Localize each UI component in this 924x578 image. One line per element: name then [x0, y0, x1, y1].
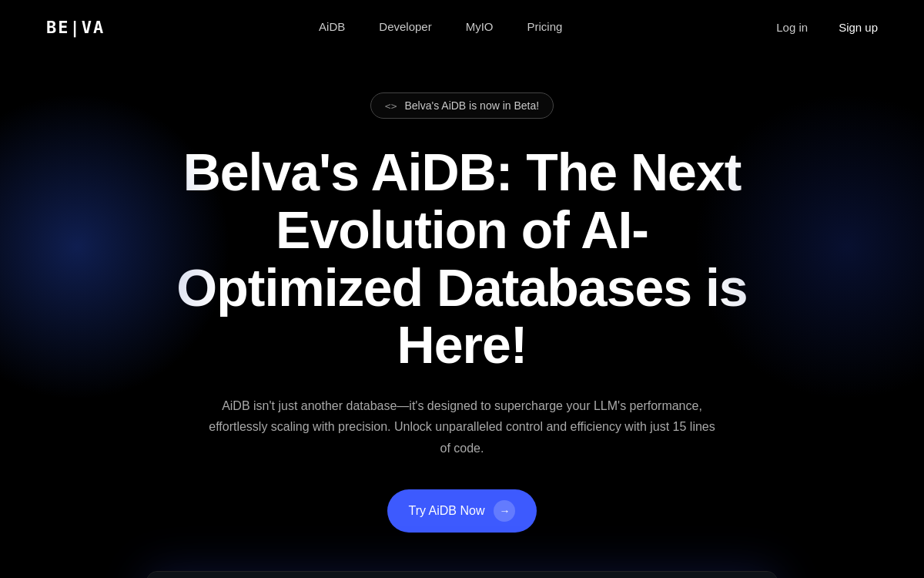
beta-badge: <> Belva's AiDB is now in Beta!	[370, 92, 554, 119]
signup-link[interactable]: Sign up	[839, 21, 878, 34]
nav-myio[interactable]: MyIO	[466, 20, 494, 33]
app-window: AiDB Data	[146, 571, 778, 578]
cta-button[interactable]: Try AiDB Now →	[387, 489, 537, 533]
cta-label: Try AiDB Now	[409, 504, 485, 518]
cta-arrow-icon: →	[494, 500, 515, 522]
badge-brackets: <>	[385, 100, 397, 112]
navbar: BE|VA AiDB Developer MyIO Pricing Log in…	[0, 0, 924, 54]
app-titlebar: AiDB	[147, 572, 777, 578]
nav-pricing[interactable]: Pricing	[527, 20, 563, 33]
hero-title: Belva's AiDB: The Next Evolution of AI-O…	[154, 143, 770, 374]
hero-subtitle: AiDB isn't just another database—it's de…	[208, 395, 716, 459]
nav-developer[interactable]: Developer	[379, 20, 431, 33]
app-preview: AiDB Data	[146, 571, 778, 578]
login-link[interactable]: Log in	[776, 21, 808, 34]
nav-aidb[interactable]: AiDB	[319, 20, 345, 33]
logo[interactable]: BE|VA	[46, 18, 105, 37]
badge-text: Belva's AiDB is now in Beta!	[405, 99, 540, 112]
nav-links: AiDB Developer MyIO Pricing	[319, 20, 562, 34]
hero-section: <> Belva's AiDB is now in Beta! Belva's …	[0, 54, 924, 578]
nav-auth: Log in Sign up	[776, 21, 878, 34]
